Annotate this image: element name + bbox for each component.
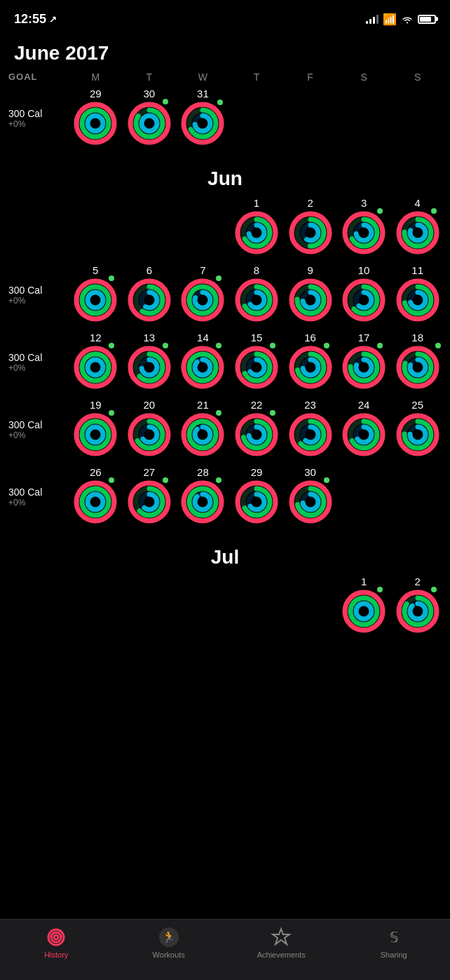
day-number: 18 — [411, 330, 423, 344]
svg-text:𝕊: 𝕊 — [389, 930, 398, 945]
jun-week-3: 300 Cal +0% 12 13 — [6, 330, 444, 395]
activity-ring — [289, 480, 332, 524]
may-week-1: 300 Cal +0% 29 3 — [6, 86, 444, 151]
day-number: 2 — [307, 196, 313, 210]
day-cell-jun9[interactable]: 9 — [283, 263, 337, 327]
day-number: 17 — [358, 330, 370, 344]
activity-ring — [342, 590, 386, 633]
day-number: 12 — [90, 330, 102, 344]
day-cell-jun23[interactable]: 23 — [283, 397, 337, 462]
goal-calories: 300 Cal — [8, 108, 69, 119]
achievements-icon — [271, 927, 292, 948]
activity-ring — [342, 413, 386, 456]
svg-point-6 — [88, 116, 103, 131]
status-bar: 12:55 ↗ 📶 — [0, 0, 450, 35]
workouts-label: Workouts — [153, 951, 185, 959]
day-header-wed: W — [176, 72, 230, 83]
day-number: 19 — [90, 397, 102, 411]
jun-month-label: Jun — [0, 154, 450, 196]
workouts-icon: 🏃 — [158, 927, 179, 948]
day-cell-jun28[interactable]: 28 — [176, 465, 230, 529]
achievement-dot — [270, 343, 275, 348]
achievement-dot — [163, 343, 168, 348]
day-cell-jun22[interactable]: 22 — [230, 397, 284, 462]
day-header-sun: S — [390, 72, 444, 83]
svg-marker-216 — [273, 929, 289, 944]
tab-workouts[interactable]: 🏃 Workouts — [113, 927, 226, 959]
day-cell-jul1[interactable]: 1 — [337, 574, 391, 639]
week-goal: 300 Cal +0% — [6, 108, 69, 129]
activity-ring — [128, 413, 171, 456]
day-cell-jun3[interactable]: 3 — [337, 196, 391, 260]
day-header-tue: T — [123, 72, 177, 83]
day-number: 22 — [251, 397, 263, 411]
day-cell-jun16[interactable]: 16 — [283, 330, 337, 395]
day-cell-jun13[interactable]: 13 — [123, 330, 177, 395]
wifi-icon: 📶 — [383, 13, 397, 26]
goal-percent: +0% — [8, 363, 69, 373]
day-cell-may29[interactable]: 29 — [69, 86, 123, 151]
wifi-icon-svg — [401, 14, 414, 24]
day-cell-jun19[interactable]: 19 — [69, 397, 123, 462]
activity-ring — [289, 346, 332, 389]
day-cell-jun6[interactable]: 6 — [123, 263, 177, 327]
week-goal: 300 Cal +0% — [6, 352, 69, 373]
day-cell-jun10[interactable]: 10 — [337, 263, 391, 327]
day-cell-jun20[interactable]: 20 — [123, 397, 177, 462]
activity-ring — [74, 413, 117, 456]
day-headers: GOAL M T W T F S S — [6, 68, 444, 86]
jun-week-5: 300 Cal +0% 26 27 — [6, 465, 444, 529]
day-cell-jun5[interactable]: 5 — [69, 263, 123, 327]
day-cell-jun25[interactable]: 25 — [390, 397, 444, 462]
day-cell-jun24[interactable]: 24 — [337, 397, 391, 462]
day-cell-jun15[interactable]: 15 — [230, 330, 284, 395]
activity-ring — [235, 413, 278, 456]
day-cell-jun11[interactable]: 11 — [390, 263, 444, 327]
day-number: 1 — [361, 574, 367, 588]
jul-week-1: 1 2 — [6, 574, 444, 639]
goal-column-header: GOAL — [6, 72, 69, 83]
day-cell-jun27[interactable]: 27 — [123, 465, 177, 529]
activity-ring — [342, 211, 386, 254]
activity-ring — [342, 278, 386, 322]
goal-percent: +0% — [8, 430, 69, 440]
day-cell-jun18[interactable]: 18 — [390, 330, 444, 395]
day-number: 2 — [415, 574, 421, 588]
day-cell-may30[interactable]: 30 — [123, 86, 177, 151]
day-cell-jun17[interactable]: 17 — [337, 330, 391, 395]
day-header-sat: S — [337, 72, 391, 83]
status-time: 12:55 ↗ — [14, 12, 57, 27]
day-cell-jun2[interactable]: 2 — [283, 196, 337, 260]
day-header-fri: F — [283, 72, 337, 83]
status-icons: 📶 — [366, 13, 436, 26]
achievement-dot — [324, 477, 329, 483]
day-cell-jun21[interactable]: 21 — [176, 397, 230, 462]
activity-ring — [289, 413, 332, 456]
day-cell-jun7[interactable]: 7 — [176, 263, 230, 327]
day-cell-jun30[interactable]: 30 — [283, 465, 337, 529]
activity-ring — [235, 278, 278, 322]
activity-ring — [396, 346, 439, 389]
achievement-dot — [270, 410, 275, 416]
tab-sharing[interactable]: 𝕊 Sharing — [338, 927, 451, 959]
day-cell-jun12[interactable]: 12 — [69, 330, 123, 395]
day-cell-jun26[interactable]: 26 — [69, 465, 123, 529]
activity-ring — [342, 346, 386, 389]
day-cell-jun8[interactable]: 8 — [230, 263, 284, 327]
tab-achievements[interactable]: Achievements — [225, 927, 338, 959]
day-cell-jun14[interactable]: 14 — [176, 330, 230, 395]
tab-history[interactable]: History — [0, 927, 113, 959]
day-cell-jun1[interactable]: 1 — [230, 196, 284, 260]
week-goal: 300 Cal +0% — [6, 486, 69, 508]
day-number: 4 — [415, 196, 421, 210]
day-cell-jun4[interactable]: 4 — [390, 196, 444, 260]
day-cell-may31[interactable]: 31 — [176, 86, 230, 151]
day-number: 30 — [144, 86, 156, 100]
day-cell-jul2[interactable]: 2 — [390, 574, 444, 639]
location-icon: ↗ — [49, 14, 57, 25]
goal-calories: 300 Cal — [8, 419, 69, 430]
activity-ring — [74, 346, 117, 389]
svg-point-48 — [88, 292, 103, 308]
goal-calories: 300 Cal — [8, 352, 69, 363]
day-cell-jun29[interactable]: 29 — [230, 465, 284, 529]
